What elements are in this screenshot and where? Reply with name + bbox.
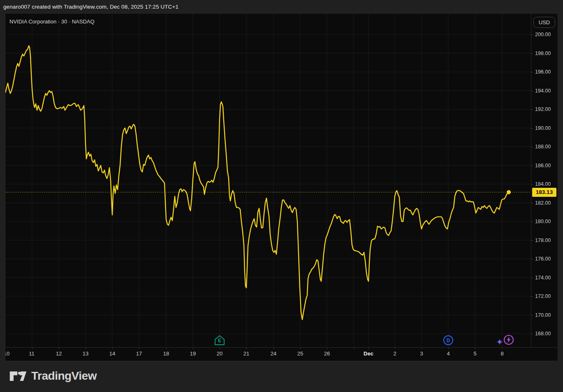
price-label: 170.00 (535, 312, 551, 318)
price-label: 200.00 (535, 32, 551, 37)
footer-bar: TradingView (0, 361, 563, 392)
tradingview-logo-mark (9, 368, 27, 384)
time-tick (354, 348, 354, 349)
price-tick (531, 166, 533, 166)
price-label: 188.00 (535, 144, 551, 150)
price-axis[interactable]: 183.13 168.00170.00172.00174.00176.00178… (531, 14, 558, 347)
time-tick (448, 348, 449, 349)
lightning-icon[interactable] (496, 334, 515, 347)
price-tick (531, 128, 533, 129)
last-price-badge: 183.13 (532, 188, 556, 197)
price-tick (531, 91, 533, 91)
time-tick (395, 348, 395, 349)
price-tick (531, 53, 533, 54)
time-tick (59, 348, 59, 349)
bolt-shape (507, 337, 511, 343)
price-label: 186.00 (535, 163, 551, 168)
time-tick (220, 348, 220, 349)
time-tick (368, 348, 369, 349)
chart-legend-title[interactable]: NVIDIA Corporation · 30 · NASDAQ (9, 18, 95, 25)
time-tick (502, 348, 503, 349)
price-line-series (5, 46, 509, 320)
price-tick (531, 278, 533, 278)
horizontal-gridlines (5, 35, 531, 334)
time-tick (193, 348, 193, 349)
time-tick (246, 348, 247, 349)
snapshot-frame: genaro007 created with TradingView.com, … (0, 0, 563, 392)
time-label: 5 (473, 350, 476, 357)
dividends-icon[interactable]: D (443, 335, 454, 346)
price-label: 192.00 (535, 106, 551, 112)
time-tick (300, 348, 301, 349)
price-tick (531, 203, 533, 203)
tradingview-logo[interactable]: TradingView (9, 368, 97, 384)
price-tick (531, 221, 533, 222)
time-label: 19 (190, 350, 196, 357)
price-label: 174.00 (535, 275, 551, 281)
time-label: 25 (297, 350, 303, 357)
price-label: 194.00 (535, 88, 551, 94)
price-tick (531, 259, 533, 259)
price-label: 196.00 (535, 69, 551, 75)
price-label: 198.00 (535, 51, 551, 56)
tradingview-logo-text: TradingView (31, 369, 97, 383)
earnings-icon[interactable]: E (214, 335, 225, 346)
price-label: 182.00 (535, 200, 551, 206)
chart-pane[interactable]: NVIDIA Corporation · 30 · NASDAQ USD 183… (5, 14, 558, 361)
time-tick (166, 348, 167, 349)
dividends-label: D (447, 338, 450, 344)
currency-button[interactable]: USD (533, 17, 555, 28)
price-tick (531, 334, 533, 334)
vertical-gridlines (32, 14, 502, 347)
time-label: 8 (500, 350, 503, 357)
time-label: 24 (271, 350, 276, 357)
time-tick (112, 348, 113, 349)
time-label: 13 (83, 350, 88, 357)
time-tick (327, 348, 327, 349)
time-label: 11 (29, 350, 35, 357)
price-label: 190.00 (535, 125, 551, 131)
price-label: 178.00 (535, 238, 551, 243)
attribution-bar: genaro007 created with TradingView.com, … (0, 0, 563, 14)
time-tick (475, 348, 475, 349)
price-tick (531, 296, 533, 297)
price-tick (531, 184, 533, 184)
earnings-label: E (218, 338, 221, 344)
time-label: 4 (447, 350, 449, 357)
price-label: 168.00 (535, 331, 551, 337)
time-label: 12 (56, 350, 62, 357)
last-price-dot (507, 190, 511, 194)
price-tick (531, 315, 533, 316)
price-label: 176.00 (535, 256, 551, 262)
price-label: 184.00 (535, 181, 551, 187)
time-label: 21 (243, 350, 249, 357)
time-label: 17 (136, 350, 142, 357)
sparkle-shape (497, 339, 503, 345)
price-label: 172.00 (535, 293, 551, 299)
time-tick (32, 348, 32, 349)
time-label: 2 (393, 350, 396, 357)
time-label: 20 (217, 350, 222, 357)
time-label: 10 (5, 350, 9, 357)
time-tick (86, 348, 86, 349)
price-tick (531, 109, 533, 110)
time-label: 14 (109, 350, 115, 357)
time-label: 3 (420, 350, 423, 357)
price-chart[interactable] (5, 14, 531, 347)
price-tick (531, 72, 533, 72)
time-label: Dec (364, 350, 373, 357)
time-tick (422, 348, 422, 349)
price-tick (531, 240, 533, 241)
time-axis[interactable]: 10111213141718192021242526Dec23458 (5, 347, 558, 361)
price-tick (531, 147, 533, 147)
attribution-text: genaro007 created with TradingView.com, … (0, 4, 178, 10)
price-tick (531, 35, 533, 35)
time-tick (273, 348, 274, 349)
time-label: 26 (324, 350, 330, 357)
price-label: 180.00 (535, 219, 551, 224)
time-tick (139, 348, 139, 349)
time-label: 18 (163, 350, 169, 357)
